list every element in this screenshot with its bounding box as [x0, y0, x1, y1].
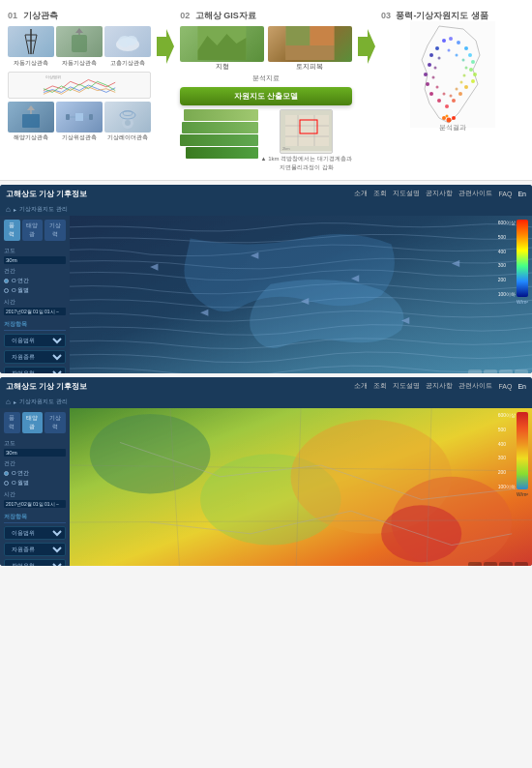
gis-landcover-label: 토지피복 — [296, 62, 323, 72]
map1-select-resource[interactable]: 자원종류 — [4, 350, 66, 364]
gis-map-col: 2km ▲ 1km 격방창에서는 대기경계층과지면물리과정이 감화 — [261, 109, 352, 172]
radio-annual[interactable] — [4, 279, 9, 283]
svg-rect-29 — [285, 45, 334, 60]
svg-marker-7 — [75, 28, 83, 33]
tab2-wind[interactable]: 풍력 — [4, 412, 20, 433]
nav2-view[interactable]: 조회 — [373, 381, 387, 391]
radio2-annual-label: O 연간 — [12, 469, 29, 478]
map2-altitude-value: 30m — [4, 449, 66, 457]
home-icon-2[interactable]: ⌂ — [6, 398, 11, 406]
map2-breadcrumb-sep: ▸ — [14, 399, 16, 405]
svg-marker-38 — [358, 29, 375, 64]
block-result: 03 풍력-기상자원지도 생품 — [381, 10, 524, 133]
label-ocean: 해양기상관측 — [8, 133, 54, 142]
svg-point-60 — [447, 49, 450, 52]
obs-img-rain — [56, 26, 103, 57]
map2-date-label: 시간 — [4, 490, 66, 499]
svg-point-55 — [426, 82, 429, 86]
tab1-weather[interactable]: 기상력 — [44, 220, 66, 241]
map2-select-resource[interactable]: 자원종류 — [4, 543, 66, 556]
map2-sidebar: 풍력 태양광 기상력 고도 30m 건간 O 연간 O 월별 시 — [0, 408, 70, 566]
map1-select-range[interactable]: 이용범위 — [4, 334, 66, 347]
tab1-solar[interactable]: 태양광 — [22, 220, 44, 241]
nav1-faq[interactable]: FAQ — [498, 191, 512, 197]
map2-header: 고해상도 기상 기후정보 소개 조회 지도설명 공지사항 관련사이트 FAQ E… — [0, 377, 532, 395]
tab1-wind[interactable]: 풍력 — [4, 220, 20, 241]
home-icon-1[interactable]: ⌂ — [6, 205, 11, 214]
map2-breadcrumb: ⌂ ▸ 기상자원지도 관리 — [0, 395, 532, 408]
block1-title: 01 기상관측 — [8, 10, 58, 22]
radio2-annual[interactable] — [4, 471, 9, 476]
nav1-mapinfo[interactable]: 지도설명 — [393, 189, 420, 198]
svg-point-69 — [435, 86, 438, 89]
map1-legend-unit: W/m² — [517, 299, 528, 305]
radio-monthly[interactable] — [4, 288, 9, 293]
legend2-max: 600이상 — [498, 412, 516, 418]
svg-point-52 — [445, 104, 449, 108]
map-section-1: 고해상도 기상 기후정보 소개 조회 지도설명 공지사항 관련사이트 FAQ E… — [0, 185, 532, 373]
svg-point-62 — [461, 59, 464, 62]
gis-note: ▲ 1km 격방창에서는 대기경계층과지면물리과정이 감화 — [261, 155, 352, 172]
map2-altitude-field: 고도 30m — [4, 439, 66, 457]
nav1-notice[interactable]: 공지사항 — [426, 189, 453, 198]
model-btn[interactable]: 자원지도 산출모델 — [180, 87, 352, 105]
svg-point-50 — [458, 92, 462, 96]
map1-time-field: 건간 O 연간 O 월별 — [4, 267, 66, 295]
map1-altitude-value: 30m — [4, 256, 66, 264]
obs-bottom-images — [8, 102, 151, 133]
label-rain-gauge: 자동기상관측 — [56, 59, 103, 68]
svg-rect-39 — [410, 21, 495, 128]
svg-marker-14 — [27, 105, 35, 110]
map1-sidebar: 풍력 태양광 기상력 고도 30m 건간 O 연간 O 월별 시 — [0, 216, 70, 373]
map1-breadcrumb-sep1: ▸ — [14, 206, 16, 213]
map2-title: 고해상도 기상 기후정보 — [6, 381, 87, 392]
svg-point-70 — [431, 76, 434, 79]
workflow-section: 01 기상관측 — [0, 0, 532, 181]
svg-point-21 — [125, 120, 131, 126]
label-cloud-obs: 고층기상관측 — [104, 59, 151, 68]
nav1-intro[interactable]: 소개 — [354, 189, 368, 198]
svg-rect-12 — [22, 114, 40, 128]
map2-canvas: 600이상 500 400 300 200 100이하 W/m² ◀◀ ◀ ▶ … — [70, 408, 532, 566]
svg-rect-18 — [66, 114, 70, 120]
legend1-v2: 400 — [498, 249, 516, 254]
map2-select-type[interactable]: 작업유형 — [4, 559, 66, 566]
map2-legend-labels: 600이상 500 400 300 200 100이하 — [498, 412, 516, 489]
map2-select-range[interactable]: 이용범위 — [4, 526, 66, 540]
nav2-intro[interactable]: 소개 — [354, 381, 368, 391]
gis-map-small: 2km — [280, 109, 333, 154]
tab2-weather[interactable]: 기상력 — [44, 412, 66, 433]
svg-rect-5 — [72, 35, 87, 52]
svg-point-71 — [433, 67, 436, 70]
map1-canvas: 600이상 500 400 300 200 100이하 W/m² ◀◀ ◀ ▶ … — [70, 216, 532, 373]
label-radar: 기상레이더관측 — [104, 133, 151, 142]
block2-title: 02 고해상 GIS자료 — [180, 10, 256, 22]
nav1-view[interactable]: 조회 — [373, 189, 387, 198]
map2-legend-bar — [517, 412, 528, 489]
svg-point-72 — [437, 57, 440, 60]
map1-date-value: 2017년02월 01일 01시 ~ — [4, 308, 66, 315]
map1-altitude-field: 고도 30m — [4, 247, 66, 264]
gis-bottom-row: 2km ▲ 1km 격방창에서는 대기경계층과지면물리과정이 감화 — [180, 109, 352, 172]
nav2-faq[interactable]: FAQ — [498, 383, 512, 390]
nav2-notice[interactable]: 공지사항 — [426, 381, 453, 391]
nav1-en[interactable]: En — [517, 191, 526, 197]
map1-select-type[interactable]: 작업유형 — [4, 367, 66, 373]
tab2-solar[interactable]: 태양광 — [22, 412, 44, 433]
radio2-monthly[interactable] — [4, 481, 9, 486]
map2-time-label: 건간 — [4, 459, 66, 468]
gis-analysis-row: 분석지료 — [180, 74, 352, 85]
map1-breadcrumb-text: 기상자원지도 관리 — [19, 205, 68, 214]
nav1-related[interactable]: 관련사이트 — [458, 189, 492, 198]
legend2-v4: 200 — [498, 469, 516, 475]
nav2-mapinfo[interactable]: 지도설명 — [393, 381, 420, 391]
svg-point-75 — [452, 116, 456, 120]
svg-point-68 — [442, 93, 445, 96]
nav2-related[interactable]: 관련사이트 — [458, 381, 492, 391]
svg-point-73 — [442, 116, 446, 120]
map2-date-field: 시간 2017년02월 01일 01시 ~ — [4, 490, 66, 508]
gis-landcover-col: 토지피복 — [268, 26, 352, 72]
legend1-v4: 200 — [498, 277, 516, 282]
nav2-en[interactable]: En — [517, 383, 526, 390]
map2-altitude-label: 고도 — [4, 439, 66, 448]
